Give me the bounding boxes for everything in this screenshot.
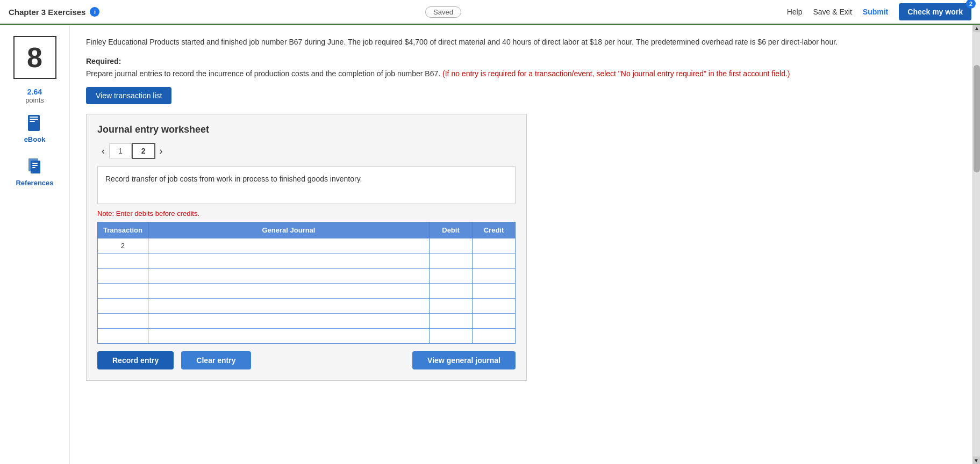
credit-cell[interactable] (473, 284, 516, 299)
save-exit-link[interactable]: Save & Exit (813, 8, 852, 16)
saved-badge: Saved (425, 6, 461, 18)
credit-input[interactable] (473, 284, 515, 298)
credit-input[interactable] (473, 314, 515, 328)
debit-cell[interactable] (430, 269, 473, 284)
general-journal-input[interactable] (148, 329, 429, 343)
debit-cell[interactable] (430, 284, 473, 299)
required-text: Prepare journal entries to record the in… (86, 69, 440, 78)
tab-navigation: ‹ 1 2 › (97, 143, 516, 159)
general-journal-input[interactable] (148, 238, 429, 253)
debit-cell[interactable] (430, 253, 473, 269)
table-row: 2 (98, 238, 516, 253)
table-row (98, 299, 516, 314)
debit-input[interactable] (430, 314, 472, 328)
header-right: Help Save & Exit Submit Check my work 2 (787, 3, 971, 20)
debit-cell[interactable] (430, 299, 473, 314)
page-title: Chapter 3 Exercises (9, 8, 85, 17)
references-label: References (16, 179, 53, 187)
credit-cell[interactable] (473, 269, 516, 284)
debit-cell[interactable] (430, 329, 473, 344)
th-general-journal: General Journal (148, 222, 429, 238)
ebook-label: eBook (24, 135, 46, 143)
references-icon (25, 157, 45, 177)
points-label: points (25, 96, 44, 104)
transaction-cell (98, 284, 148, 299)
transaction-cell (98, 314, 148, 329)
description-text: Record transfer of job costs from work i… (105, 175, 362, 183)
points-value: 2.64 (25, 88, 44, 96)
credit-input[interactable] (473, 269, 515, 283)
worksheet-buttons: Record entry Clear entry View general jo… (97, 351, 516, 369)
submit-link[interactable]: Submit (863, 8, 888, 16)
content-area: Finley Educational Products started and … (70, 25, 980, 464)
credit-cell[interactable] (473, 329, 516, 344)
credit-input[interactable] (473, 299, 515, 313)
credit-cell[interactable] (473, 238, 516, 253)
general-journal-cell[interactable] (148, 253, 429, 269)
note-text: Note: Enter debits before credits. (97, 209, 516, 218)
tab-next-button[interactable]: › (155, 143, 167, 159)
scroll-down-arrow[interactable]: ▼ (972, 456, 980, 464)
debit-input[interactable] (430, 269, 472, 283)
debit-input[interactable] (430, 253, 472, 268)
scroll-up-arrow[interactable]: ▲ (973, 24, 980, 32)
credit-input[interactable] (473, 329, 515, 343)
svg-rect-7 (32, 165, 38, 166)
credit-cell[interactable] (473, 299, 516, 314)
svg-rect-2 (30, 119, 38, 120)
tab-1[interactable]: 1 (109, 143, 132, 158)
help-link[interactable]: Help (787, 8, 803, 16)
debit-cell[interactable] (430, 314, 473, 329)
general-journal-cell[interactable] (148, 314, 429, 329)
credit-cell[interactable] (473, 253, 516, 269)
main-container: 8 2.64 points eBook (0, 25, 980, 464)
general-journal-input[interactable] (148, 253, 429, 268)
general-journal-input[interactable] (148, 299, 429, 313)
description-box: Record transfer of job costs from work i… (97, 166, 516, 204)
view-transaction-button[interactable]: View transaction list (86, 87, 171, 104)
debit-input[interactable] (430, 284, 472, 298)
record-entry-button[interactable]: Record entry (97, 351, 174, 369)
general-journal-cell[interactable] (148, 269, 429, 284)
debit-input[interactable] (430, 238, 472, 253)
general-journal-cell[interactable] (148, 329, 429, 344)
credit-cell[interactable] (473, 314, 516, 329)
table-row (98, 284, 516, 299)
transaction-cell (98, 299, 148, 314)
references-button[interactable]: References (5, 153, 64, 191)
tab-prev-button[interactable]: ‹ (97, 143, 109, 159)
red-instruction: (If no entry is required for a transacti… (442, 69, 790, 78)
credit-input[interactable] (473, 238, 515, 253)
general-journal-input[interactable] (148, 284, 429, 298)
info-icon[interactable]: i (90, 7, 99, 17)
debit-input[interactable] (430, 299, 472, 313)
debit-input[interactable] (430, 329, 472, 343)
ebook-button[interactable]: eBook (5, 110, 64, 148)
view-general-journal-button[interactable]: View general journal (412, 351, 516, 369)
general-journal-input[interactable] (148, 269, 429, 283)
table-row (98, 329, 516, 344)
th-debit: Debit (430, 222, 473, 238)
debit-cell[interactable] (430, 238, 473, 253)
general-journal-input[interactable] (148, 314, 429, 328)
general-journal-cell[interactable] (148, 299, 429, 314)
transaction-cell: 2 (98, 238, 148, 253)
check-my-work-button[interactable]: Check my work 2 (899, 3, 971, 20)
svg-rect-8 (32, 167, 35, 168)
journal-table: Transaction General Journal Debit Credit… (97, 222, 516, 344)
scrollbar-thumb[interactable] (974, 65, 980, 172)
credit-input[interactable] (473, 253, 515, 268)
header: Chapter 3 Exercises i Saved Help Save & … (0, 0, 980, 25)
general-journal-cell[interactable] (148, 284, 429, 299)
transaction-cell (98, 253, 148, 269)
points-container: 2.64 points (25, 88, 44, 104)
clear-entry-button[interactable]: Clear entry (181, 351, 251, 369)
worksheet-title: Journal entry worksheet (97, 124, 516, 135)
table-row (98, 269, 516, 284)
saved-status: Saved (425, 8, 461, 16)
general-journal-cell[interactable] (148, 238, 429, 253)
tab-2[interactable]: 2 (132, 143, 155, 159)
scrollbar[interactable]: ▲ ▼ (972, 24, 980, 464)
th-credit: Credit (473, 222, 516, 238)
table-row (98, 253, 516, 269)
